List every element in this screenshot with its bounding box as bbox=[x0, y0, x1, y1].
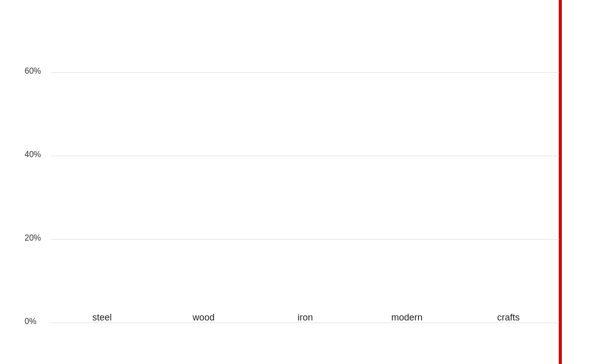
bar-label-steel: steel bbox=[92, 312, 112, 323]
y-tick-label: 60% bbox=[25, 67, 41, 76]
bar-label-crafts: crafts bbox=[497, 312, 520, 323]
bar-group: crafts bbox=[458, 307, 559, 323]
bars-container: steelwoodironmoderncrafts bbox=[51, 10, 559, 323]
bar-group: modern bbox=[356, 307, 457, 323]
y-tick-label: 20% bbox=[25, 233, 41, 243]
chart-container: 0%20%40%60%steelwoodironmoderncrafts bbox=[0, 0, 590, 364]
y-tick-label: 0% bbox=[25, 317, 36, 326]
bar-group: wood bbox=[153, 307, 254, 323]
bar-label-wood: wood bbox=[193, 312, 215, 323]
bar-group: iron bbox=[255, 307, 356, 323]
y-tick-label: 40% bbox=[25, 150, 41, 159]
bar-group: steel bbox=[51, 307, 153, 323]
bar-label-iron: iron bbox=[298, 312, 313, 323]
chart-area: 0%20%40%60%steelwoodironmoderncrafts bbox=[51, 10, 559, 323]
bar-label-modern: modern bbox=[391, 312, 423, 323]
